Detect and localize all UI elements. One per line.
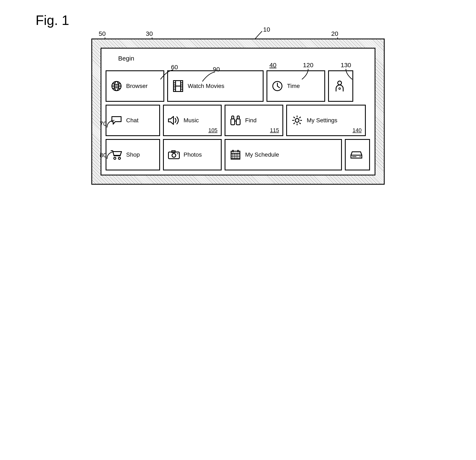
svg-point-39	[177, 153, 178, 154]
tile-settings[interactable]: My Settings 140	[286, 105, 366, 136]
tile-drive[interactable]	[345, 139, 370, 170]
svg-point-19	[339, 88, 340, 89]
clock-icon	[271, 81, 284, 92]
tile-find-label: Find	[245, 117, 256, 124]
svg-line-17	[277, 86, 280, 88]
callout-130: 130	[341, 62, 351, 69]
drive-icon	[350, 151, 363, 159]
callout-50: 50	[99, 30, 106, 37]
tile-shop-label: Shop	[126, 151, 140, 158]
tile-time[interactable]: Time	[266, 70, 325, 102]
speaker-icon	[168, 115, 180, 126]
callout-10: 10	[263, 26, 270, 33]
screen: Begin	[101, 48, 375, 176]
callout-90: 90	[213, 66, 220, 73]
begin-label: Begin	[118, 55, 370, 62]
lead-150	[351, 192, 364, 193]
tile-browser-label: Browser	[126, 83, 148, 89]
svg-rect-21	[236, 119, 240, 125]
tile-find[interactable]: Find 115	[225, 105, 283, 136]
tile-music[interactable]: Music 105	[163, 105, 222, 136]
tile-chat[interactable]: Chat	[106, 105, 160, 136]
lead-110	[238, 192, 253, 193]
svg-point-34	[114, 157, 116, 159]
svg-rect-50	[237, 150, 239, 152]
tile-photos[interactable]: Photos	[163, 139, 222, 170]
globe-icon	[110, 81, 123, 92]
svg-point-25	[295, 118, 299, 122]
svg-rect-23	[237, 116, 239, 119]
callout-30: 30	[146, 30, 153, 37]
tile-chat-label: Chat	[126, 117, 138, 124]
film-icon	[172, 80, 184, 92]
tile-find-ref: 115	[270, 127, 279, 134]
tile-time-label: Time	[287, 83, 300, 89]
svg-rect-20	[231, 119, 235, 125]
tile-movies-label: Watch Movies	[188, 83, 224, 89]
callout-60: 60	[171, 64, 178, 71]
svg-line-33	[294, 123, 295, 124]
svg-rect-22	[232, 116, 234, 119]
lead-100	[194, 192, 209, 193]
callout-80: 80	[100, 151, 107, 159]
tile-schedule-label: My Schedule	[245, 151, 279, 158]
tile-row-1: Browser	[106, 70, 370, 102]
svg-rect-36	[169, 152, 179, 159]
tile-schedule[interactable]: My Schedule	[225, 139, 342, 170]
gear-icon	[291, 115, 303, 126]
tile-row-2: Chat Music 105	[106, 105, 370, 136]
person-icon	[333, 80, 346, 92]
tile-user[interactable]	[328, 70, 353, 102]
svg-point-35	[118, 157, 120, 159]
tile-music-ref: 105	[208, 127, 217, 134]
callout-20: 20	[331, 30, 338, 37]
tile-settings-label: My Settings	[307, 117, 337, 124]
figure-title: Fig. 1	[36, 13, 468, 28]
tile-shop[interactable]: Shop	[106, 139, 160, 170]
tile-browser[interactable]: Browser	[106, 70, 164, 102]
callout-70: 70	[100, 120, 107, 127]
tile-movies[interactable]: Watch Movies	[167, 70, 264, 102]
svg-rect-49	[232, 150, 234, 152]
tile-photos-label: Photos	[184, 151, 202, 158]
tile-row-3: Shop Photos	[106, 139, 370, 170]
callout-40: 40	[269, 62, 276, 69]
tile-music-label: Music	[184, 117, 199, 124]
device-frame: Begin	[91, 39, 385, 185]
diagram-stage: 10 50 30 20 Begin	[91, 39, 385, 185]
svg-point-38	[172, 153, 176, 157]
calendar-icon	[229, 149, 242, 160]
tile-grid: Browser	[106, 70, 370, 170]
chat-icon	[110, 115, 123, 125]
tile-settings-ref: 140	[353, 127, 362, 134]
svg-point-52	[360, 156, 361, 157]
svg-line-31	[299, 123, 301, 124]
svg-line-30	[294, 117, 295, 118]
camera-icon	[168, 150, 180, 159]
svg-line-32	[299, 117, 301, 118]
cart-icon	[110, 150, 123, 160]
svg-point-18	[338, 81, 341, 85]
binoculars-icon	[229, 115, 242, 126]
callout-120: 120	[303, 62, 314, 69]
